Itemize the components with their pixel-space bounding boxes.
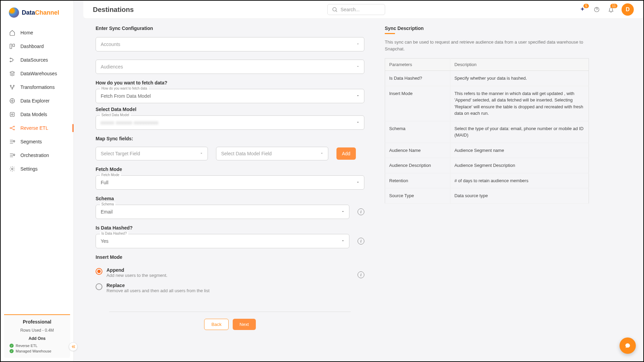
dashboard-icon xyxy=(9,43,16,50)
insert-mode-replace[interactable]: Replace Remove all users and then add al… xyxy=(96,283,349,293)
chevron-down-icon xyxy=(356,120,360,125)
th-parameters: Parameters xyxy=(385,59,450,71)
chevron-down-icon xyxy=(199,151,203,156)
audiences-select[interactable]: Audiences xyxy=(96,60,364,74)
sidebar-item-label: DataSources xyxy=(20,57,48,63)
sidebar-item-datasources[interactable]: DataSources xyxy=(1,53,73,67)
fetch-mode-label: Fetch Mode xyxy=(96,167,364,172)
svg-point-6 xyxy=(12,88,13,89)
sidebar-item-dataexplorer[interactable]: Data Explorer xyxy=(1,94,73,108)
sidebar-item-label: Segments xyxy=(20,139,42,144)
search-placeholder: Search... xyxy=(341,7,360,12)
back-button[interactable]: Back xyxy=(204,319,229,330)
sidebar-item-reverse-etl[interactable]: Reverse ETL xyxy=(1,121,73,135)
insert-mode-info-button[interactable]: i xyxy=(358,271,364,278)
sidebar-item-label: Dashboard xyxy=(20,44,44,49)
schema-label: Schema xyxy=(96,196,364,201)
target-field-select[interactable]: Select Target Field xyxy=(96,147,208,160)
divider xyxy=(109,312,351,312)
help-button[interactable] xyxy=(593,6,600,13)
sidebar-item-home[interactable]: Home xyxy=(1,26,73,40)
svg-point-4 xyxy=(10,85,11,86)
chat-icon xyxy=(625,343,631,349)
svg-rect-9 xyxy=(10,112,14,116)
layers-icon xyxy=(9,70,16,77)
svg-point-11 xyxy=(10,128,11,129)
transformations-icon xyxy=(9,84,16,91)
parameters-table: Parameters Description Is Data Hashed?Sp… xyxy=(385,58,589,204)
page-title: Destinations xyxy=(93,6,134,14)
desc-title: Sync Description xyxy=(385,26,589,31)
logo[interactable]: DataChannel xyxy=(1,1,73,23)
select-data-model-label: Select Data Model xyxy=(96,107,364,112)
sidebar-item-label: DataWarehouses xyxy=(20,71,57,76)
sidebar-item-orchestration[interactable]: Orchestration xyxy=(1,148,73,162)
table-row: Source TypeData source type xyxy=(385,188,589,204)
hashed-info-button[interactable]: i xyxy=(358,238,364,245)
schema-info-button[interactable]: i xyxy=(358,208,364,215)
addon-managed-warehouse: ✓Managed Warehouse xyxy=(6,348,68,354)
sync-config-form: Enter Sync Configuration Accounts Audien… xyxy=(96,26,364,355)
map-sync-label: Map Sync fields: xyxy=(96,136,364,141)
notifications-button[interactable]: 11 xyxy=(607,6,615,13)
table-row: SchemaSelect the type of your data: emai… xyxy=(385,121,589,143)
sidebar-nav: Home Dashboard DataSources DataWarehouse… xyxy=(1,23,73,314)
chevron-down-icon xyxy=(356,93,360,99)
search-input[interactable]: Search... xyxy=(327,4,385,15)
hashed-label: Is Data Hashed? xyxy=(96,225,364,231)
sidebar-item-segments[interactable]: Segments xyxy=(1,135,73,148)
data-model-field-select[interactable]: Select Data Model Field xyxy=(216,147,328,160)
addons-title: Add Ons xyxy=(6,336,68,341)
table-row: Audience DescriptionAudience Segment Des… xyxy=(385,158,589,173)
sidebar-item-label: Data Models xyxy=(20,112,47,117)
home-icon xyxy=(9,29,16,36)
search-icon xyxy=(332,6,338,13)
user-avatar[interactable]: D xyxy=(622,3,634,16)
explorer-icon xyxy=(9,97,16,104)
table-row: Retention# of days to retain audience me… xyxy=(385,173,589,188)
svg-rect-1 xyxy=(13,44,15,47)
fetch-mode-select[interactable]: Fetch Mode Full xyxy=(96,175,364,190)
chevron-down-icon xyxy=(341,238,345,244)
chat-button[interactable] xyxy=(620,337,636,354)
chevron-left-icon xyxy=(70,344,76,350)
section-title: Enter Sync Configuration xyxy=(96,26,364,31)
chevron-down-icon xyxy=(356,180,360,185)
sidebar-item-transformations[interactable]: Transformations xyxy=(1,80,73,94)
insert-mode-radio-group: Append Add new users to the segment. Rep… xyxy=(96,267,349,298)
svg-point-16 xyxy=(12,168,13,170)
sidebar-item-dashboard[interactable]: Dashboard xyxy=(1,40,73,53)
logo-text: DataChannel xyxy=(22,9,59,16)
sidebar-collapse-button[interactable] xyxy=(69,342,78,351)
addon-reverse-etl: ✓Reverse ETL xyxy=(6,343,68,348)
svg-point-5 xyxy=(13,85,14,86)
data-model-select[interactable]: Select Data Model xxxxx xxxxxx xxxxxxxxx xyxy=(96,115,364,130)
sidebar-item-label: Orchestration xyxy=(20,153,49,158)
notifications-badge: 11 xyxy=(610,4,617,8)
next-button[interactable]: Next xyxy=(233,319,255,330)
sidebar-item-datamodels[interactable]: Data Models xyxy=(1,108,73,121)
chevron-down-icon xyxy=(341,209,345,215)
table-row: Audience NameAudience Segment name xyxy=(385,143,589,158)
sidebar-item-settings[interactable]: Settings xyxy=(1,162,73,176)
sparkle-badge: 5 xyxy=(583,4,589,8)
svg-point-10 xyxy=(12,114,13,115)
svg-point-13 xyxy=(14,129,15,130)
title-underline xyxy=(385,33,395,34)
insert-mode-append[interactable]: Append Add new users to the segment. xyxy=(96,267,349,278)
schema-select[interactable]: Schema Email xyxy=(96,205,349,219)
sidebar-item-datawarehouses[interactable]: DataWarehouses xyxy=(1,67,73,80)
plan-name: Professional xyxy=(6,319,68,325)
sidebar-item-label: Settings xyxy=(20,166,38,172)
radio-icon xyxy=(96,268,102,275)
chevron-down-icon xyxy=(320,151,324,156)
main-area: Destinations Search... 5 11 xyxy=(74,1,643,361)
add-mapping-button[interactable]: Add xyxy=(336,147,356,160)
fetch-question-label: How do you want to fetch data? xyxy=(96,80,364,85)
accounts-select[interactable]: Accounts xyxy=(96,37,364,51)
insert-mode-label: Insert Mode xyxy=(96,254,364,260)
hashed-select[interactable]: Is Data Hashed? Yes xyxy=(96,234,349,248)
check-icon: ✓ xyxy=(10,349,14,353)
sparkle-button[interactable]: 5 xyxy=(579,6,586,13)
fetch-from-select[interactable]: How do you want to fetch data Fetch From… xyxy=(96,89,364,103)
